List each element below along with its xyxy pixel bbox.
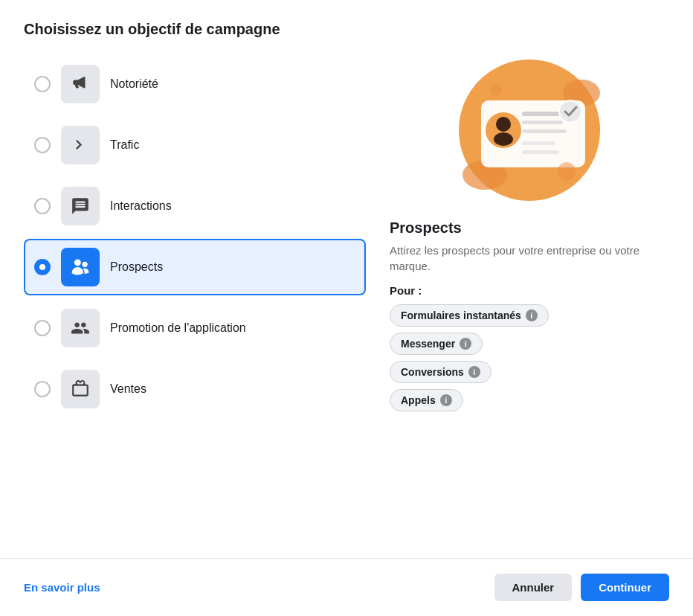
trafic-label: Trafic xyxy=(110,138,139,152)
svg-point-13 xyxy=(560,101,581,122)
option-promotion[interactable]: Promotion de l'application xyxy=(24,300,366,356)
dialog-title: Choisissez un objectif de campagne xyxy=(24,21,669,38)
option-ventes[interactable]: Ventes xyxy=(24,361,366,417)
options-list: Notoriété Trafic Interactions xyxy=(24,56,366,540)
prospect-illustration xyxy=(455,56,604,205)
interactions-icon xyxy=(61,187,100,225)
cancel-button[interactable]: Annuler xyxy=(494,574,573,601)
svg-point-11 xyxy=(494,132,513,146)
dialog-footer: En savoir plus Annuler Continuer xyxy=(0,558,693,616)
notoriete-label: Notoriété xyxy=(110,77,158,91)
option-prospects[interactable]: Prospects xyxy=(24,239,366,295)
radio-trafic xyxy=(34,137,51,153)
ventes-icon xyxy=(61,370,100,408)
info-icon-conversions[interactable]: i xyxy=(468,366,480,378)
footer-buttons: Annuler Continuer xyxy=(494,574,670,601)
svg-rect-7 xyxy=(522,141,555,145)
content-area: Notoriété Trafic Interactions xyxy=(24,56,669,540)
svg-point-10 xyxy=(496,117,511,132)
detail-description: Attirez les prospects pour votre entrepr… xyxy=(390,243,669,274)
pour-label: Pour : xyxy=(390,284,669,297)
prospects-label: Prospects xyxy=(110,260,163,274)
tags-list: Formulaires instantanés i Messenger i Co… xyxy=(390,304,669,411)
promotion-label: Promotion de l'application xyxy=(110,321,246,335)
radio-notoriete xyxy=(34,76,51,92)
tag-messenger: Messenger i xyxy=(390,333,483,355)
radio-ventes xyxy=(34,381,51,397)
option-interactions[interactable]: Interactions xyxy=(24,178,366,234)
detail-panel: Prospects Attirez les prospects pour vot… xyxy=(390,56,669,540)
svg-point-14 xyxy=(558,162,576,180)
info-icon-appels[interactable]: i xyxy=(440,394,452,406)
svg-rect-8 xyxy=(522,150,559,154)
svg-point-15 xyxy=(490,83,502,95)
tag-formulaires: Formulaires instantanés i xyxy=(390,304,549,327)
campaign-objective-dialog: Choisissez un objectif de campagne Notor… xyxy=(0,0,693,540)
radio-promotion xyxy=(34,320,51,336)
learn-more-link[interactable]: En savoir plus xyxy=(24,581,100,594)
prospects-icon xyxy=(61,248,100,286)
svg-rect-5 xyxy=(522,121,563,124)
trafic-icon xyxy=(61,126,100,164)
promotion-icon xyxy=(61,309,100,347)
detail-title: Prospects xyxy=(390,219,669,237)
option-notoriete[interactable]: Notoriété xyxy=(24,56,366,112)
notoriete-icon xyxy=(61,65,100,103)
svg-rect-6 xyxy=(522,129,567,133)
interactions-label: Interactions xyxy=(110,199,172,213)
tag-appels: Appels i xyxy=(390,389,463,411)
tag-conversions: Conversions i xyxy=(390,361,491,383)
continue-button[interactable]: Continuer xyxy=(581,574,669,601)
info-icon-formulaires[interactable]: i xyxy=(526,309,538,321)
radio-interactions xyxy=(34,198,51,214)
option-trafic[interactable]: Trafic xyxy=(24,117,366,173)
ventes-label: Ventes xyxy=(110,382,146,396)
info-icon-messenger[interactable]: i xyxy=(460,338,471,350)
radio-prospects xyxy=(34,259,51,275)
